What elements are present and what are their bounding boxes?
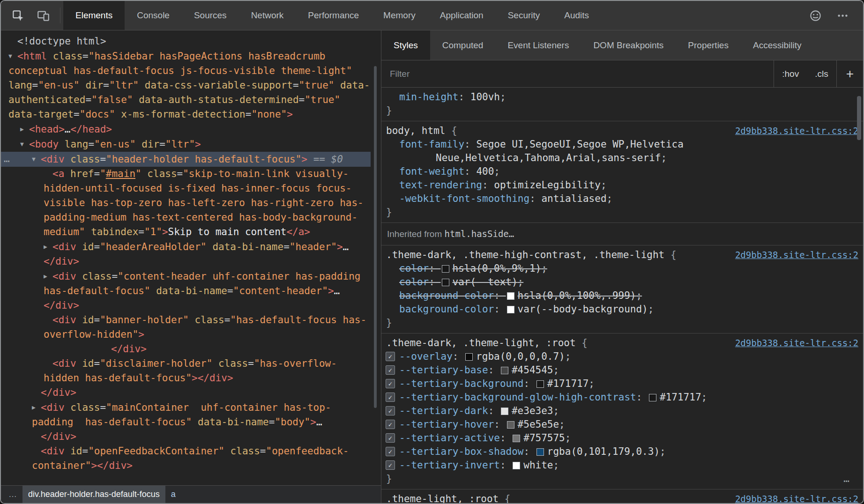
rule-selector[interactable]: .theme-dark, .theme-high-contrast, .them… [386, 249, 664, 260]
node-overflow-dots[interactable]: … [4, 152, 11, 166]
expand-arrow-icon[interactable]: ▶ [32, 400, 41, 415]
inspect-element-icon[interactable] [7, 5, 28, 26]
dom-tree-line[interactable]: <div id="openFeedbackContainer" class="o… [1, 444, 371, 473]
breadcrumb-item[interactable]: div.header-holder.has-default-focus [22, 486, 165, 503]
css-declaration[interactable]: background-color: var(--body-background)… [386, 303, 858, 316]
css-declaration[interactable]: ✓--tertiary-background: #171717; [386, 377, 858, 391]
css-declaration[interactable]: ✓--overlay: rgba(0,0,0,0.7); [386, 350, 858, 363]
tab-properties[interactable]: Properties [676, 30, 741, 60]
declaration-checkbox[interactable]: ✓ [386, 447, 395, 456]
tab-event-listeners[interactable]: Event Listeners [495, 30, 581, 60]
tab-accessibility[interactable]: Accessibility [741, 30, 813, 60]
color-swatch[interactable] [442, 279, 449, 286]
tab-console[interactable]: Console [125, 1, 182, 30]
expand-arrow-icon[interactable]: ▶ [20, 122, 29, 136]
css-declaration[interactable]: ✓--tertiary-base: #454545; [386, 363, 858, 377]
breadcrumb-overflow-dots[interactable]: … [1, 486, 22, 503]
declaration-checkbox[interactable]: ✓ [386, 365, 395, 375]
css-declaration[interactable]: ✓--tertiary-active: #757575; [386, 431, 858, 445]
tab-memory[interactable]: Memory [371, 1, 428, 30]
declaration-checkbox[interactable]: ✓ [386, 460, 395, 470]
color-swatch[interactable] [507, 421, 514, 429]
css-declaration[interactable]: ✓--tertiary-invert: white; [386, 459, 858, 472]
color-swatch[interactable] [501, 367, 508, 374]
css-declaration[interactable]: ✓--tertiary-background-glow-high-contras… [386, 391, 858, 404]
tab-dom-breakpoints[interactable]: DOM Breakpoints [581, 30, 676, 60]
feedback-smiley-icon[interactable] [805, 5, 826, 26]
dom-tree-line[interactable]: </div> [1, 430, 371, 444]
css-declaration[interactable]: ✓--tertiary-box-shadow: rgba(0,101,179,0… [386, 445, 858, 459]
declaration-checkbox[interactable]: ✓ [386, 406, 395, 415]
dom-tree-line[interactable]: </div> [1, 342, 371, 356]
dom-tree-line[interactable]: …▼<div class="header-holder has-default-… [1, 152, 371, 167]
styles-scrollbar-thumb[interactable] [857, 96, 861, 140]
dom-tree-line[interactable]: ▼<body lang="en-us" dir="ltr"> [1, 137, 371, 152]
dom-tree-line[interactable]: ▶<head>…</head> [1, 122, 371, 137]
css-declaration[interactable]: font-weight: 400; [386, 165, 858, 178]
dom-tree-line[interactable]: ▶<div class="content-header uhf-containe… [1, 269, 371, 313]
new-style-rule-button[interactable]: + [836, 60, 863, 87]
elements-scrollbar-thumb[interactable] [374, 66, 377, 408]
rule-selector[interactable]: body, html [386, 125, 445, 136]
dom-tree-line[interactable]: <a href="#main" class="skip-to-main-link… [1, 167, 371, 239]
collapse-arrow-icon[interactable]: ▼ [8, 49, 17, 63]
css-declaration[interactable]: text-rendering: optimizeLegibility; [386, 178, 858, 192]
dom-tree-line[interactable]: </div> [1, 385, 371, 400]
dom-tree-line[interactable]: ▼<html class="hasSidebar hasPageActions … [1, 49, 371, 122]
breadcrumb-item[interactable]: a [165, 486, 181, 503]
tab-sources[interactable]: Sources [182, 1, 239, 30]
tab-performance[interactable]: Performance [296, 1, 371, 30]
stylesheet-link[interactable]: 2d9bb338.site-ltr.css:2 [735, 336, 858, 350]
color-swatch[interactable] [649, 394, 656, 401]
tab-elements[interactable]: Elements [63, 1, 125, 30]
dom-tree-line[interactable]: <!doctype html> [1, 34, 371, 49]
stylesheet-link[interactable]: 2d9bb338.site-ltr.css:2 [735, 248, 858, 262]
device-toolbar-icon[interactable] [33, 5, 53, 26]
declaration-checkbox[interactable]: ✓ [386, 433, 395, 443]
css-declaration[interactable]: color: var(--text); [386, 275, 858, 289]
expand-arrow-icon[interactable]: ▶ [44, 269, 52, 283]
css-declaration[interactable]: -webkit-font-smoothing: antialiased; [386, 192, 858, 206]
rule-selector[interactable]: .theme-dark, .theme-light, :root [386, 337, 576, 348]
color-swatch[interactable] [513, 462, 520, 469]
toggle-pseudo-state-button[interactable]: :hov [774, 60, 807, 87]
declaration-checkbox[interactable]: ✓ [386, 352, 395, 361]
stylesheet-link[interactable]: 2d9bb338.site-ltr.css:2 [735, 124, 858, 138]
tab-styles[interactable]: Styles [381, 30, 430, 60]
color-swatch[interactable] [507, 292, 514, 300]
expand-arrow-icon[interactable]: ▶ [44, 239, 52, 254]
stylesheet-link[interactable]: 2d9bb338.site-ltr.css:2 [735, 492, 858, 503]
more-menu-icon[interactable] [832, 5, 853, 26]
color-swatch[interactable] [513, 435, 520, 442]
tab-audits[interactable]: Audits [552, 1, 601, 30]
tab-network[interactable]: Network [239, 1, 296, 30]
css-declaration[interactable]: min-height: 100vh; [386, 90, 858, 104]
color-swatch[interactable] [536, 448, 544, 456]
color-swatch[interactable] [536, 380, 544, 388]
declaration-checkbox[interactable]: ✓ [386, 393, 395, 402]
css-declaration[interactable]: ✓--tertiary-dark: #e3e3e3; [386, 404, 858, 418]
css-declaration[interactable]: color: hsla(0,0%,9%,1); [386, 262, 858, 275]
color-swatch[interactable] [465, 353, 473, 361]
inherited-node-link[interactable]: html.hasSide… [445, 229, 514, 239]
css-declaration[interactable]: ✓--tertiary-hover: #5e5e5e; [386, 418, 858, 431]
tab-application[interactable]: Application [428, 1, 496, 30]
toggle-class-button[interactable]: .cls [807, 60, 836, 87]
color-swatch[interactable] [507, 306, 514, 313]
declaration-checkbox[interactable]: ✓ [386, 420, 395, 429]
css-declaration[interactable]: font-family: Segoe UI,SegoeUI,Segoe WP,H… [386, 138, 858, 165]
tab-security[interactable]: Security [496, 1, 552, 30]
dom-tree-line[interactable]: ▶<div id="headerAreaHolder" data-bi-name… [1, 239, 371, 269]
color-swatch[interactable] [501, 408, 508, 415]
styles-filter-input[interactable] [381, 60, 774, 87]
tab-computed[interactable]: Computed [430, 30, 496, 60]
declaration-checkbox[interactable]: ✓ [386, 379, 395, 388]
color-swatch[interactable] [442, 265, 449, 273]
rule-selector[interactable]: .theme-light, :root [386, 493, 499, 503]
collapse-arrow-icon[interactable]: ▼ [20, 137, 29, 151]
dom-tree-line[interactable]: <div id="banner-holder" class="has-defau… [1, 313, 371, 342]
collapse-arrow-icon[interactable]: ▼ [32, 152, 41, 166]
dom-tree-line[interactable]: ▶<div class="mainContainer uhf-container… [1, 400, 371, 430]
css-declaration[interactable]: background-color: hsla(0,0%,100%,.999); [386, 289, 858, 303]
dom-tree-line[interactable]: <div id="disclaimer-holder" class="has-o… [1, 356, 371, 385]
